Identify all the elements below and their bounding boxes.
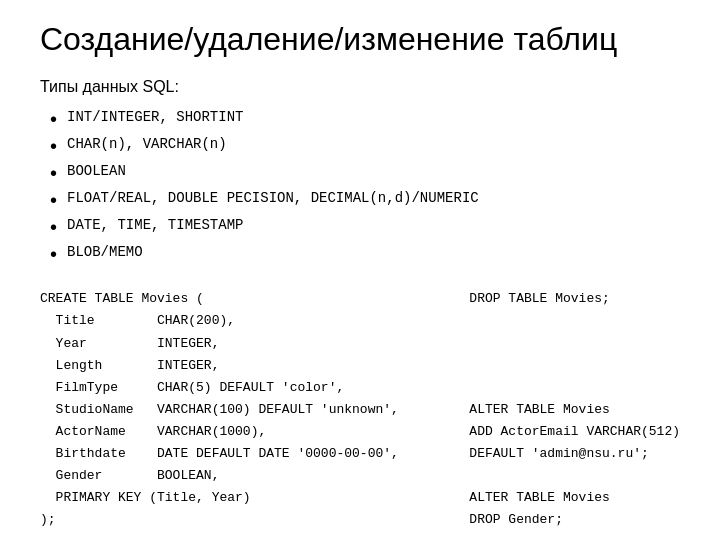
bullet-text: DATE, TIME, TIMESTAMP bbox=[67, 216, 243, 236]
bullet-list: •INT/INTEGER, SHORTINT•CHAR(n), VARCHAR(… bbox=[50, 108, 680, 264]
bullet-dot-icon: • bbox=[50, 136, 57, 156]
bullet-item: •CHAR(n), VARCHAR(n) bbox=[50, 135, 680, 156]
bullet-dot-icon: • bbox=[50, 217, 57, 237]
bullet-item: •DATE, TIME, TIMESTAMP bbox=[50, 216, 680, 237]
subtitle: Типы данных SQL: bbox=[40, 78, 680, 96]
bullet-item: •FLOAT/REAL, DOUBLE PECISION, DECIMAL(n,… bbox=[50, 189, 680, 210]
code-section: CREATE TABLE Movies ( Title CHAR(200), Y… bbox=[40, 288, 680, 531]
bullet-dot-icon: • bbox=[50, 109, 57, 129]
code-right-block: DROP TABLE Movies; ALTER TABLE Movies AD… bbox=[469, 288, 680, 531]
bullet-item: •INT/INTEGER, SHORTINT bbox=[50, 108, 680, 129]
bullet-text: BLOB/MEMO bbox=[67, 243, 143, 263]
bullet-item: •BOOLEAN bbox=[50, 162, 680, 183]
bullet-text: CHAR(n), VARCHAR(n) bbox=[67, 135, 227, 155]
bullet-item: •BLOB/MEMO bbox=[50, 243, 680, 264]
code-right: DROP TABLE Movies; ALTER TABLE Movies AD… bbox=[469, 288, 680, 531]
bullet-dot-icon: • bbox=[50, 244, 57, 264]
bullet-dot-icon: • bbox=[50, 163, 57, 183]
bullet-text: BOOLEAN bbox=[67, 162, 126, 182]
bullet-text: INT/INTEGER, SHORTINT bbox=[67, 108, 243, 128]
bullet-text: FLOAT/REAL, DOUBLE PECISION, DECIMAL(n,d… bbox=[67, 189, 479, 209]
page-title: Создание/удаление/изменение таблиц bbox=[40, 20, 680, 58]
bullet-dot-icon: • bbox=[50, 190, 57, 210]
code-left: CREATE TABLE Movies ( Title CHAR(200), Y… bbox=[40, 288, 449, 531]
code-left-block: CREATE TABLE Movies ( Title CHAR(200), Y… bbox=[40, 288, 449, 531]
